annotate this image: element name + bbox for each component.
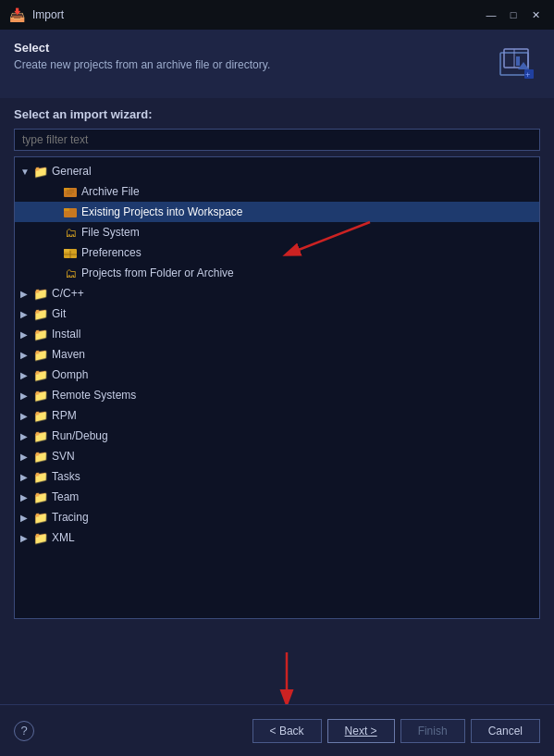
svg-rect-15 (64, 249, 69, 252)
minimize-button[interactable]: — (482, 6, 500, 24)
tree-item-general[interactable]: ▼ 📁 General (15, 161, 539, 181)
folder-icon: 📁 (33, 328, 48, 341)
tree-item-label: Team (52, 490, 79, 503)
cancel-button[interactable]: Cancel (471, 719, 540, 743)
expand-icon: ▶ (20, 533, 33, 543)
tree-item-label: XML (52, 531, 75, 544)
tree-item-tasks[interactable]: ▶ 📁 Tasks (15, 466, 539, 487)
tree-container[interactable]: ▼ 📁 General Archive File (14, 156, 540, 619)
tree-item-label: Remote Systems (52, 389, 136, 402)
tree-item-label: Archive File (81, 185, 140, 198)
close-button[interactable]: ✕ (526, 6, 545, 24)
window-icon: 📥 (9, 7, 25, 22)
tree-item-label: Install (52, 328, 80, 341)
svg-rect-11 (67, 193, 72, 194)
tree-item-label: Tasks (52, 470, 80, 483)
expand-icon: ▶ (20, 452, 33, 462)
tree-item-projects-folder[interactable]: 🗂 Projects from Folder or Archive (15, 263, 539, 283)
maximize-button[interactable]: □ (504, 6, 523, 24)
finish-button[interactable]: Finish (400, 719, 465, 743)
folder-icon: 📁 (33, 490, 48, 503)
tree-item-label: Git (52, 307, 66, 320)
header-description: Create new projects from an archive file… (14, 58, 270, 71)
header-icon: + (496, 41, 540, 85)
expand-icon: ▶ (20, 350, 33, 360)
svg-rect-13 (64, 208, 69, 211)
expand-icon: ▼ (20, 167, 33, 177)
title-bar: 📥 Import — □ ✕ (0, 0, 554, 30)
expand-icon: ▶ (20, 390, 33, 401)
tree-item-archive-file[interactable]: Archive File (15, 181, 539, 202)
tree-item-rpm[interactable]: ▶ 📁 RPM (15, 405, 539, 426)
tree-item-run-debug[interactable]: ▶ 📁 Run/Debug (15, 426, 539, 446)
folder-grid-icon (63, 246, 78, 259)
tree-item-svn[interactable]: ▶ 📁 SVN (15, 446, 539, 466)
bottom-bar: ? < Back Next > Finish Cancel (0, 704, 554, 756)
tree-item-label: Existing Projects into Workspace (81, 205, 243, 218)
svg-rect-9 (67, 190, 74, 191)
folder-icon: 📁 (33, 165, 48, 178)
tree-item-label: Run/Debug (52, 429, 108, 442)
tree-item-label: SVN (52, 450, 75, 463)
expand-icon: ▶ (20, 411, 33, 421)
expand-icon: ▶ (20, 370, 33, 380)
wizard-label: Select an import wizard: (14, 107, 540, 121)
tree-item-git[interactable]: ▶ 📁 Git (15, 304, 539, 324)
folder-icon: 📁 (33, 470, 48, 483)
folder-icon: 📁 (33, 368, 48, 381)
svg-rect-10 (67, 192, 74, 192)
header: Select Create new projects from an archi… (0, 30, 554, 98)
folder-icon: 📁 (33, 531, 48, 544)
folder-icon: 📁 (33, 389, 48, 402)
svg-text:+: + (525, 70, 530, 80)
tree-item-maven[interactable]: ▶ 📁 Maven (15, 344, 539, 365)
tree-item-label: File System (81, 226, 140, 239)
tree-item-existing-projects[interactable]: Existing Projects into Workspace (15, 202, 539, 222)
expand-icon: ▶ (20, 492, 33, 502)
tree-item-remote-systems[interactable]: ▶ 📁 Remote Systems (15, 385, 539, 405)
expand-icon: ▶ (20, 431, 33, 441)
folder-icon: 📁 (33, 429, 48, 442)
tree-item-cpp[interactable]: ▶ 📁 C/C++ (15, 283, 539, 304)
folder-icon: 📁 (33, 287, 48, 300)
window-title: Import (32, 8, 64, 21)
tree-item-label: General (52, 165, 92, 178)
tree-item-label: Maven (52, 348, 85, 361)
folder-icon: 📁 (33, 307, 48, 320)
help-button[interactable]: ? (14, 721, 34, 741)
tree-item-preferences[interactable]: Preferences (15, 242, 539, 263)
folder-icon: 📁 (33, 409, 48, 422)
folder-special-icon (63, 205, 78, 218)
tree-item-team[interactable]: ▶ 📁 Team (15, 487, 539, 507)
tree-item-tracing[interactable]: ▶ 📁 Tracing (15, 507, 539, 527)
tree-item-install[interactable]: ▶ 📁 Install (15, 324, 539, 344)
tree-item-xml[interactable]: ▶ 📁 XML (15, 527, 539, 548)
header-section-label: Select (14, 41, 270, 55)
tree-item-label: RPM (52, 409, 77, 422)
folder-icon: 📁 (33, 348, 48, 361)
expand-icon: ▶ (20, 309, 33, 319)
folder-icon: 📁 (33, 511, 48, 524)
filter-input[interactable] (14, 129, 540, 151)
tree-item-label: Preferences (81, 246, 142, 259)
folder-icon: 📁 (33, 450, 48, 463)
folder-icon: 🗂 (63, 266, 78, 279)
next-button[interactable]: Next > (327, 719, 395, 743)
tree-item-label: Oomph (52, 368, 88, 381)
tree-item-label: Projects from Folder or Archive (81, 266, 234, 279)
main-content: Select an import wizard: ▼ 📁 General Arc… (0, 98, 554, 628)
tree-item-label: Tracing (52, 511, 89, 524)
folder-special-icon (63, 185, 78, 198)
folder-icon: 🗂 (63, 226, 78, 239)
expand-icon: ▶ (20, 329, 33, 340)
tree-item-oomph[interactable]: ▶ 📁 Oomph (15, 365, 539, 385)
expand-icon: ▶ (20, 472, 33, 482)
tree-item-file-system[interactable]: 🗂 File System (15, 222, 539, 242)
back-button[interactable]: < Back (252, 719, 322, 743)
tree-item-label: C/C++ (52, 287, 84, 300)
expand-icon: ▶ (20, 289, 33, 299)
expand-icon: ▶ (20, 513, 33, 523)
svg-rect-4 (516, 56, 520, 66)
